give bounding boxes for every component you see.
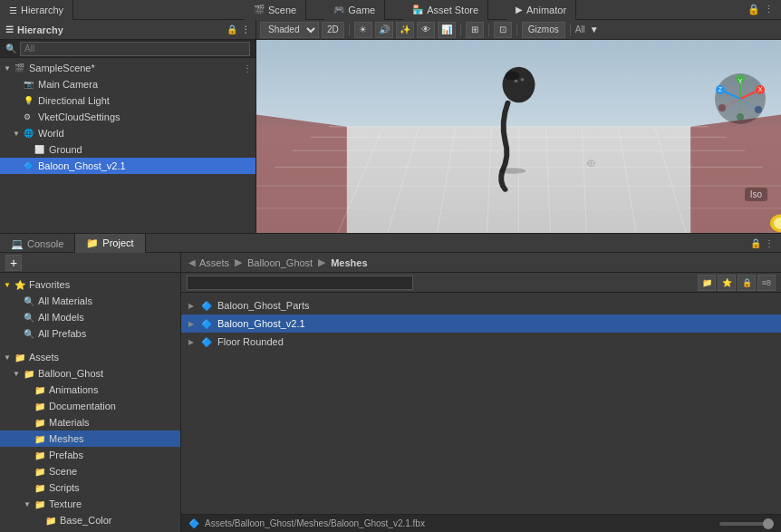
file-item-balloon-v2[interactable]: ▶ 🔷 Baloon_Ghost_v2.1 <box>181 314 781 333</box>
icon-balloon-ghost-folder: 📁 <box>24 369 36 379</box>
menu-dots[interactable]: ⋮ <box>764 4 774 15</box>
tree-all-prefabs[interactable]: 🔍 All Prefabs <box>0 325 180 342</box>
tab-animator[interactable]: ▶ Animator <box>506 0 576 20</box>
tree-documentation[interactable]: 📁 Documentation <box>0 398 180 414</box>
grid-btn[interactable]: ⊞ <box>466 22 484 38</box>
tree-item-main-camera[interactable]: 📷 Main Camera <box>0 76 256 92</box>
count-btn[interactable]: ≡8 <box>757 275 776 291</box>
tab-asset-store[interactable]: 🏪 Asset Store <box>403 0 488 20</box>
viewport[interactable]: Shaded 2D ☀ 🔊 ✨ 👁 📊 ⊞ ⊡ Gizmos All ▼ <box>256 20 781 233</box>
file-item-balloon-parts[interactable]: ▶ 🔷 Baloon_Ghost_Parts <box>181 296 781 314</box>
tree-prefabs[interactable]: 📁 Prefabs <box>0 447 180 463</box>
tab-console[interactable]: 💻 Console <box>0 234 75 254</box>
tree-balloon-ghost-folder[interactable]: ▼ 📁 Balloon_Ghost <box>0 365 180 382</box>
mode-2d-btn[interactable]: 2D <box>322 22 344 38</box>
tree-all-models[interactable]: 🔍 All Models <box>0 309 180 325</box>
zoom-slider-handle[interactable] <box>763 518 774 529</box>
project-status-bar: 🔷 Assets/Balloon_Ghost/Meshes/Baloon_Gho… <box>181 514 781 532</box>
tab-project[interactable]: 📁 Project <box>75 234 145 254</box>
icon-prefabs: 📁 <box>34 450 47 460</box>
audio-btn[interactable]: 🔊 <box>375 22 393 38</box>
tree-meshes[interactable]: 📁 Meshes <box>0 430 180 447</box>
tree-item-directional-light[interactable]: 💡 Directional Light <box>0 92 256 109</box>
tabs-spacer <box>146 234 750 252</box>
svg-point-21 <box>515 80 518 82</box>
hierarchy-search-input[interactable] <box>20 42 250 56</box>
tab-animator-label: Animator <box>526 5 566 15</box>
zoom-slider[interactable] <box>719 522 774 526</box>
tree-favorites[interactable]: ▼ ⭐ Favorites <box>0 276 180 293</box>
shading-dropdown[interactable]: Shaded <box>260 22 319 38</box>
tab-game[interactable]: 🎮 Game <box>324 0 385 20</box>
bottom-section: + ▼ ⭐ Favorites 🔍 All Materials 🔍 All <box>0 253 781 532</box>
tab-hierarchy[interactable]: ☰ Hierarchy <box>0 0 73 20</box>
tree-item-ground[interactable]: ⬜ Ground <box>0 141 256 158</box>
main-layout: ☰ Hierarchy 🔒 ⋮ 🔍 ▼ 🎬 SampleScene* ⋮ <box>0 20 781 532</box>
favorite-btn[interactable]: ⭐ <box>718 275 736 291</box>
icon-favorites: ⭐ <box>14 280 27 290</box>
tab-scene[interactable]: 🎬 Scene <box>245 0 306 20</box>
arrow-balloon-ghost-folder: ▼ <box>13 370 24 378</box>
right-actions: 📁 ⭐ 🔒 ≡8 <box>698 275 776 291</box>
dropdown-arrow[interactable]: ▼ <box>590 24 599 34</box>
fx-btn[interactable]: ✨ <box>396 22 414 38</box>
hierarchy-lock-btn[interactable]: 🔒 <box>227 24 237 34</box>
hierarchy-icon: ☰ <box>9 5 17 15</box>
tree-item-vket[interactable]: ⚙ VketCloudSettings <box>0 109 256 125</box>
project-search-input[interactable] <box>187 276 413 290</box>
tree-all-materials[interactable]: 🔍 All Materials <box>0 293 180 309</box>
breadcrumb-assets[interactable]: Assets <box>199 257 229 268</box>
icon-floor-rounded: 🔷 <box>201 337 214 347</box>
tree-item-world[interactable]: ▼ 🌐 World <box>0 125 256 141</box>
label-balloon-v2: Baloon_Ghost_v2.1 <box>217 318 305 329</box>
vp-sep-3 <box>488 24 489 36</box>
label-assets: Assets <box>29 352 59 363</box>
tree-scripts[interactable]: 📁 Scripts <box>0 479 180 496</box>
scene-more-btn[interactable]: ⋮ <box>243 63 252 73</box>
layout-btn[interactable]: ⊡ <box>494 22 512 38</box>
tree-item-sample-scene[interactable]: ▼ 🎬 SampleScene* ⋮ <box>0 60 256 76</box>
game-icon: 🎮 <box>333 5 344 15</box>
lock-btn[interactable]: 🔒 <box>738 275 756 291</box>
label-all-prefabs: All Prefabs <box>38 328 86 339</box>
search-icon: 🔍 <box>5 44 16 53</box>
label-balloon-ghost: Baloon_Ghost_v2.1 <box>38 160 126 171</box>
scroll-left-btn[interactable]: ◀ <box>188 257 196 267</box>
axis-gizmo: Y X Z <box>713 72 767 126</box>
tree-texture[interactable]: ▼ 📁 Texture <box>0 496 180 512</box>
light-btn[interactable]: ☀ <box>354 22 372 38</box>
tree-item-balloon-ghost[interactable]: 🔷 Baloon_Ghost_v2.1 <box>0 158 256 174</box>
status-path-text: Assets/Balloon_Ghost/Meshes/Baloon_Ghost… <box>205 518 425 528</box>
label-favorites: Favorites <box>29 279 70 290</box>
icon-vket: ⚙ <box>24 112 36 121</box>
tree-materials[interactable]: 📁 Materials <box>0 414 180 430</box>
icon-all-materials: 🔍 <box>24 296 36 306</box>
icon-sample-scene: 🎬 <box>14 63 27 73</box>
hierarchy-search-bar: 🔍 <box>0 40 256 58</box>
tree-assets-root[interactable]: ▼ 📁 Assets <box>0 349 180 365</box>
tree-scene-folder[interactable]: 📁 Scene <box>0 463 180 479</box>
scene-vis-btn[interactable]: 👁 <box>417 22 435 38</box>
svg-marker-2 <box>256 115 347 233</box>
gizmos-btn[interactable]: Gizmos <box>522 22 565 38</box>
iso-label: Iso <box>745 188 767 201</box>
breadcrumb-arrow-2: ▶ <box>318 256 325 268</box>
tab-lock-icon[interactable]: 🔒 <box>750 238 761 248</box>
all-label: All <box>575 24 585 34</box>
stats-btn[interactable]: 📊 <box>438 22 456 38</box>
vp-sep-5 <box>570 24 571 36</box>
add-asset-btn[interactable]: + <box>5 255 22 271</box>
tab-console-label: Console <box>27 238 63 249</box>
tab-more-icon[interactable]: ⋮ <box>765 238 774 248</box>
file-item-floor-rounded[interactable]: ▶ 🔷 Floor Rounded <box>181 333 781 351</box>
breadcrumb-balloon-ghost[interactable]: Balloon_Ghost <box>247 257 313 268</box>
hierarchy-more-btn[interactable]: ⋮ <box>241 24 250 34</box>
breadcrumb-meshes[interactable]: Meshes <box>331 257 367 268</box>
icon-scripts: 📁 <box>34 483 47 493</box>
folder-view-btn[interactable]: 📁 <box>698 275 716 291</box>
icon-all-prefabs: 🔍 <box>24 329 36 339</box>
tree-animations[interactable]: 📁 Animations <box>0 382 180 398</box>
tab-asset-store-label: Asset Store <box>427 5 478 15</box>
hierarchy-header-actions: 🔒 ⋮ <box>227 24 250 34</box>
tree-base-color[interactable]: 📁 Base_Color <box>0 512 180 528</box>
